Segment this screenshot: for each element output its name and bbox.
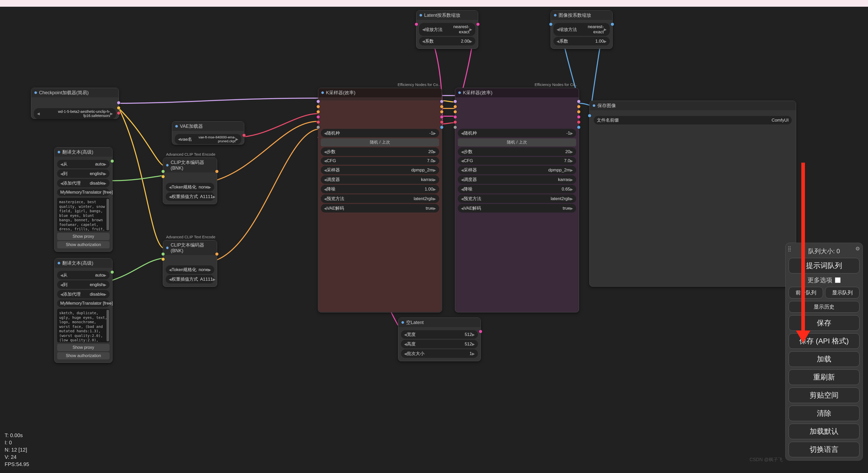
- service-widget[interactable]: MyMemoryTranslator [free]: [57, 300, 110, 307]
- toggle-language-button[interactable]: 切换语言: [788, 442, 860, 457]
- view-history-button[interactable]: 显示历史: [788, 301, 860, 313]
- watermark: CSDN @枫子飞: [750, 457, 783, 463]
- stat-fps: FPS:54.95: [5, 461, 29, 468]
- node-ksampler-1[interactable]: Efficiency Nodes for Co.. K采样器(效率) ◀随机种-…: [318, 88, 442, 312]
- node-title: 翻译文本(高级): [55, 147, 112, 157]
- extra-options-checkbox[interactable]: [835, 277, 841, 283]
- method-widget[interactable]: ◀缩放方法nearest-exact▶: [553, 23, 610, 36]
- preview-widget[interactable]: ◀预览方法latent2rgb▶: [321, 194, 439, 203]
- node-title: CLIP文本编码器(BNK): [163, 158, 217, 172]
- text-widget[interactable]: masterpiece, best quality, winter, snow …: [57, 198, 110, 231]
- node-latent-scale[interactable]: Latent按系数缩放 ◀缩放方法nearest-exact▶ ◀系数2.00▶: [416, 10, 478, 49]
- node-title: Latent按系数缩放: [416, 10, 478, 20]
- node-empty-latent[interactable]: 空Latent ◀宽度512▶ ◀高度512▶ ◀批次大小1▶: [398, 317, 481, 361]
- vae-name-widget[interactable]: ◀ vae名 vae-ft-mse-840000-ema-pruned.ckpt…: [175, 134, 241, 144]
- extra-options-label: 更多选项: [807, 276, 832, 284]
- preview-widget[interactable]: ◀预览方法latent2rgb▶: [458, 194, 576, 203]
- node-title: K采样器(效率): [455, 88, 579, 97]
- node-title: VAE加载器: [172, 122, 244, 131]
- from-widget[interactable]: ◀从auto▶: [57, 271, 110, 279]
- steps-widget[interactable]: ◀步数20▶: [458, 147, 576, 156]
- node-clip-encode-positive[interactable]: Advanced CLIP Text Encode CLIP文本编码器(BNK)…: [163, 158, 217, 204]
- seed-widget[interactable]: ◀随机种-1▶: [321, 129, 439, 137]
- to-widget[interactable]: ◀到english▶: [57, 280, 110, 289]
- clear-button[interactable]: 清除: [788, 406, 860, 421]
- queue-front-button[interactable]: 前台队列: [788, 287, 823, 299]
- node-badge: Efficiency Nodes for Co..: [534, 82, 577, 87]
- queue-size-label: 队列大小: 0: [788, 247, 860, 255]
- node-title: K采样器(效率): [318, 88, 442, 97]
- clipspace-button[interactable]: 剪贴空间: [788, 387, 860, 403]
- stat-i: I: 0: [5, 439, 29, 446]
- seed-mode-button[interactable]: 随机 / 上次: [321, 138, 439, 146]
- node-ksampler-2[interactable]: Efficiency Nodes for Co.. K采样器(效率) ◀随机种-…: [455, 88, 579, 312]
- seed-mode-button[interactable]: 随机 / 上次: [458, 138, 576, 146]
- scheduler-widget[interactable]: ◀调度器karras▶: [321, 175, 439, 184]
- stats-overlay: T: 0.00s I: 0 N: 12 [12] V: 24 FPS:54.95: [5, 432, 29, 468]
- node-title: 图像按系数缩放: [551, 10, 612, 20]
- show-proxy-button[interactable]: Show proxy: [57, 344, 110, 351]
- load-default-button[interactable]: 加载默认: [788, 424, 860, 439]
- factor-widget[interactable]: ◀系数2.00▶: [419, 37, 475, 45]
- batch-widget[interactable]: ◀批次大小1▶: [401, 349, 478, 358]
- stat-v: V: 24: [5, 453, 29, 461]
- node-title: 保存图像: [590, 101, 796, 110]
- proxy-widget[interactable]: ◀添加代理disable▶: [57, 290, 110, 299]
- cfg-widget[interactable]: ◀CFG7.0▶: [321, 157, 439, 165]
- queue-prompt-button[interactable]: 提示词队列: [788, 258, 860, 273]
- settings-gear-icon[interactable]: ⚙: [855, 245, 860, 252]
- sampler-widget[interactable]: ◀采样器dpmpp_2m▶: [458, 166, 576, 174]
- scheduler-widget[interactable]: ◀调度器karras▶: [458, 175, 576, 184]
- factor-widget[interactable]: ◀系数1.00▶: [553, 37, 610, 45]
- node-badge: Advanced CLIP Text Encode: [166, 152, 215, 157]
- token-norm-widget[interactable]: ◀Token规格化none▶: [166, 183, 214, 191]
- refresh-button[interactable]: 重刷新: [788, 369, 860, 385]
- denoise-widget[interactable]: ◀降噪1.00▶: [321, 185, 439, 193]
- text-widget[interactable]: sketch, duplicate, ugly, huge eyes, text…: [57, 309, 110, 342]
- ckpt-name-widget[interactable]: ◀ wd-1-5-beta2-aesthetic-unclip-h-fp16.s…: [34, 108, 116, 119]
- side-menu[interactable]: ⣿ ⚙ 队列大小: 0 提示词队列 更多选项 前台队列 显示队列 显示历史 保存…: [785, 243, 863, 461]
- vae-decode-widget[interactable]: ◀VAE解码true▶: [458, 204, 576, 212]
- node-title: 翻译文本(高级): [55, 259, 112, 268]
- cfg-widget[interactable]: ◀CFG7.0▶: [458, 157, 576, 165]
- node-title: CLIP文本编码器(BNK): [163, 240, 217, 255]
- to-widget[interactable]: ◀到english▶: [57, 169, 110, 178]
- sampler-widget[interactable]: ◀采样器dpmpp_2m▶: [321, 166, 439, 174]
- node-clip-encode-negative[interactable]: Advanced CLIP Text Encode CLIP文本编码器(BNK)…: [163, 240, 217, 287]
- stat-t: T: 0.00s: [5, 432, 29, 439]
- node-checkpoint-loader[interactable]: Checkpoint加载器(简易) ◀ wd-1-5-beta2-aesthet…: [31, 88, 119, 119]
- service-widget[interactable]: MyMemoryTranslator [free]: [57, 189, 110, 196]
- node-badge: Advanced CLIP Text Encode: [166, 235, 215, 239]
- node-translate-negative[interactable]: 翻译文本(高级) ◀从auto▶ ◀到english▶ ◀添加代理disable…: [54, 258, 113, 363]
- show-auth-button[interactable]: Show authorization: [57, 241, 110, 248]
- show-auth-button[interactable]: Show authorization: [57, 352, 110, 360]
- height-widget[interactable]: ◀高度512▶: [401, 340, 478, 348]
- proxy-widget[interactable]: ◀添加代理disable▶: [57, 179, 110, 188]
- node-vae-loader[interactable]: VAE加载器 ◀ vae名 vae-ft-mse-840000-ema-prun…: [172, 121, 244, 144]
- node-title: 空Latent: [398, 318, 480, 327]
- node-title: Checkpoint加载器(简易): [31, 88, 119, 97]
- width-widget[interactable]: ◀宽度512▶: [401, 330, 478, 339]
- node-graph-canvas[interactable]: Checkpoint加载器(简易) ◀ wd-1-5-beta2-aesthet…: [0, 0, 868, 473]
- stat-n: N: 12 [12]: [5, 446, 29, 453]
- node-image-scale[interactable]: 图像按系数缩放 ◀缩放方法nearest-exact▶ ◀系数1.00▶: [551, 10, 613, 49]
- node-translate-positive[interactable]: 翻译文本(高级) ◀从auto▶ ◀到english▶ ◀添加代理disable…: [54, 147, 113, 252]
- filename-prefix-widget[interactable]: 文件名前缀 ComfyUI: [594, 116, 792, 125]
- seed-widget[interactable]: ◀随机种-1▶: [458, 129, 576, 137]
- node-badge: Efficiency Nodes for Co..: [398, 82, 440, 87]
- token-norm-widget[interactable]: ◀Token规格化none▶: [166, 265, 214, 274]
- drag-grip-icon[interactable]: ⣿: [787, 245, 792, 252]
- steps-widget[interactable]: ◀步数20▶: [321, 147, 439, 156]
- weight-interp-widget[interactable]: ◀权重插值方式A1111▶: [166, 275, 214, 283]
- method-widget[interactable]: ◀缩放方法nearest-exact▶: [419, 23, 475, 36]
- from-widget[interactable]: ◀从auto▶: [57, 160, 110, 168]
- load-button[interactable]: 加载: [788, 351, 860, 367]
- denoise-widget[interactable]: ◀降噪0.65▶: [458, 185, 576, 193]
- view-queue-button[interactable]: 显示队列: [825, 287, 860, 299]
- vae-decode-widget[interactable]: ◀VAE解码true▶: [321, 204, 439, 212]
- save-api-button[interactable]: 保存 (API 格式): [788, 333, 860, 349]
- show-proxy-button[interactable]: Show proxy: [57, 233, 110, 240]
- node-save-image[interactable]: 保存图像 文件名前缀 ComfyUI: [589, 101, 796, 286]
- weight-interp-widget[interactable]: ◀权重插值方式A1111▶: [166, 192, 214, 201]
- save-button[interactable]: 保存: [788, 315, 860, 331]
